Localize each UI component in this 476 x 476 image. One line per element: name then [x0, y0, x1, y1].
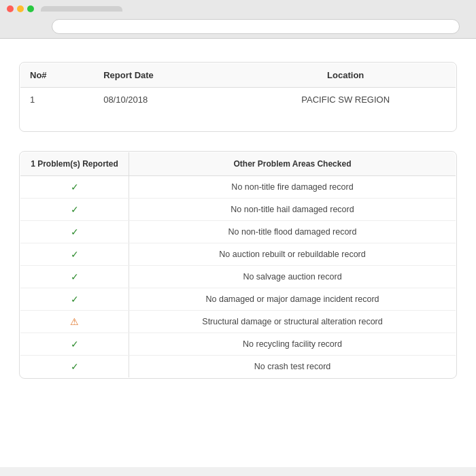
table-row: ✓No crash test record	[20, 356, 456, 378]
back-button[interactable]	[7, 21, 18, 32]
table-row: ⚠Structural damage or structural alterat…	[20, 311, 456, 333]
table-row: ✓No non-title flood damaged record	[20, 221, 456, 243]
forward-button[interactable]	[22, 21, 33, 32]
damage-status-cell: ✓	[20, 356, 129, 378]
accident-table-wrapper: No# Report Date Location 108/10/2018PACI…	[19, 62, 457, 132]
damage-status-cell: ✓	[20, 221, 129, 243]
table-row: ✓No damaged or major damage incident rec…	[20, 288, 456, 311]
table-row: ✓No auction rebuilt or rebuildable recor…	[20, 243, 456, 266]
address-bar[interactable]	[52, 19, 460, 34]
table-row: ✓No recycling facility record	[20, 333, 456, 356]
checkmark-icon: ✓	[71, 339, 79, 350]
damage-description-cell: No damaged or major damage incident reco…	[129, 288, 456, 311]
table-row: ✓No salvage auction record	[20, 266, 456, 288]
tab-bar	[41, 6, 469, 12]
browser-controls-row	[7, 5, 469, 12]
damage-col-header-other: Other Problem Areas Checked	[129, 152, 456, 176]
damage-status-cell: ✓	[20, 266, 129, 288]
damage-status-cell: ✓	[20, 199, 129, 221]
damage-description-cell: No salvage auction record	[129, 266, 456, 288]
navigation-row	[7, 16, 469, 38]
page-content: No# Report Date Location 108/10/2018PACI…	[0, 39, 476, 467]
checkmark-icon: ✓	[71, 361, 79, 372]
refresh-button[interactable]	[37, 21, 48, 32]
warning-icon: ⚠	[70, 316, 79, 327]
damage-table-wrapper: 1 Problem(s) Reported Other Problem Area…	[19, 151, 457, 379]
damage-description-cell: No non-title hail damaged record	[129, 199, 456, 221]
damage-table: 1 Problem(s) Reported Other Problem Area…	[20, 152, 456, 378]
checkmark-icon: ✓	[71, 204, 79, 215]
table-cell: 1	[20, 88, 95, 112]
damage-description-cell: No auction rebuilt or rebuildable record	[129, 243, 456, 266]
table-cell: PACIFIC SW REGION	[235, 88, 456, 112]
browser-chrome	[0, 0, 476, 39]
table-row: 108/10/2018PACIFIC SW REGION	[20, 88, 456, 112]
close-button[interactable]	[7, 5, 14, 12]
damage-status-cell: ✓	[20, 243, 129, 266]
damage-table-header-row: 1 Problem(s) Reported Other Problem Area…	[20, 152, 456, 176]
damage-status-cell: ✓	[20, 288, 129, 311]
maximize-button[interactable]	[27, 5, 34, 12]
accident-table: No# Report Date Location 108/10/2018PACI…	[20, 63, 456, 112]
damage-description-cell: No non-title fire damaged record	[129, 176, 456, 199]
checkmark-icon: ✓	[71, 271, 79, 282]
damage-description-cell: No non-title flood damaged record	[129, 221, 456, 243]
browser-tab[interactable]	[41, 6, 122, 12]
damage-status-cell: ✓	[20, 333, 129, 356]
damage-status-cell: ✓	[20, 176, 129, 199]
damage-col-header-problems: 1 Problem(s) Reported	[20, 152, 129, 176]
table-row: ✓No non-title hail damaged record	[20, 199, 456, 221]
minimize-button[interactable]	[17, 5, 24, 12]
damage-status-cell: ⚠	[20, 311, 129, 333]
checkmark-icon: ✓	[71, 226, 79, 237]
checkmark-icon: ✓	[71, 182, 79, 192]
checkmark-icon: ✓	[71, 294, 79, 305]
traffic-lights	[7, 5, 34, 12]
col-header-location: Location	[235, 63, 456, 88]
table-row: ✓No non-title fire damaged record	[20, 176, 456, 199]
damage-description-cell: Structural damage or structural alterati…	[129, 311, 456, 333]
table-cell: 08/10/2018	[94, 88, 235, 112]
col-header-no: No#	[20, 63, 95, 88]
accident-table-header-row: No# Report Date Location	[20, 63, 456, 88]
checkmark-icon: ✓	[71, 249, 79, 260]
damage-description-cell: No crash test record	[129, 356, 456, 378]
col-header-report-date: Report Date	[94, 63, 235, 88]
damage-description-cell: No recycling facility record	[129, 333, 456, 356]
